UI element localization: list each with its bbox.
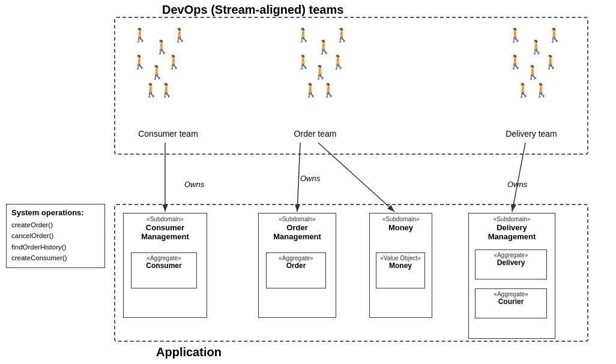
subdomain-order-name: OrderManagement [259, 223, 336, 241]
consumer-team-label: Consumer team [129, 129, 207, 139]
figure-order-1: 🚶 [295, 29, 312, 42]
subdomain-money-stereotype: «Subdomain» [370, 216, 432, 222]
figure-order-5: 🚶 [312, 66, 328, 79]
figure-consumer-6: 🚶 [166, 56, 182, 69]
subdomain-delivery-management: «Subdomain» DeliveryManagement «Aggregat… [468, 213, 555, 339]
devops-title: DevOps (Stream-aligned) teams [162, 3, 343, 17]
figure-order-7: 🚶 [303, 84, 319, 97]
figure-delivery-4: 🚶 [507, 56, 524, 69]
aggregate-consumer-name: Consumer [131, 261, 196, 270]
owns-label-order: Owns [300, 174, 320, 183]
aggregate-money: «Value Object» Money [376, 252, 425, 288]
subdomain-order-stereotype: «Subdomain» [259, 216, 336, 222]
figure-consumer-4: 🚶 [131, 56, 148, 69]
aggregate-courier-stereotype: «Aggregate» [476, 291, 546, 297]
owns-label-delivery: Owns [507, 180, 527, 189]
figure-order-4: 🚶 [295, 56, 312, 69]
system-ops-item-1: cancelOrder() [11, 230, 100, 241]
aggregate-courier: «Aggregate» Courier [475, 288, 547, 318]
figure-consumer-3: 🚶 [172, 29, 188, 42]
figure-consumer-2: 🚶 [154, 41, 170, 54]
aggregate-consumer: «Aggregate» Consumer [131, 252, 197, 288]
figure-order-3: 🚶 [334, 29, 350, 42]
system-ops-item-3: createConsumer() [11, 252, 100, 263]
subdomain-consumer-management: «Subdomain» ConsumerManagement «Aggregat… [123, 213, 207, 318]
aggregate-consumer-stereotype: «Aggregate» [131, 255, 196, 261]
figure-delivery-5: 🚶 [525, 66, 541, 79]
system-operations-box: System operations: createOrder() cancelO… [6, 204, 105, 268]
delivery-team-label: Delivery team [489, 129, 573, 139]
system-ops-item-2: findOrderHistory() [11, 242, 100, 252]
figure-consumer-1: 🚶 [132, 29, 148, 42]
aggregate-order: «Aggregate» Order [266, 252, 326, 288]
aggregate-delivery-stereotype: «Aggregate» [476, 252, 546, 258]
figure-order-8: 🚶 [321, 84, 337, 97]
subdomain-delivery-name: DeliveryManagement [469, 223, 555, 241]
system-ops-item-0: createOrder() [11, 219, 100, 230]
subdomain-consumer-stereotype: «Subdomain» [124, 216, 207, 222]
subdomain-delivery-stereotype: «Subdomain» [469, 216, 555, 222]
subdomain-money: «Subdomain» Money «Value Object» Money [369, 213, 432, 318]
aggregate-courier-name: Courier [476, 297, 546, 306]
owns-label-consumer: Owns [184, 180, 204, 189]
subdomain-money-name: Money [370, 223, 432, 232]
system-ops-title: System operations: [11, 208, 100, 217]
figure-delivery-7: 🚶 [515, 84, 531, 97]
figure-delivery-3: 🚶 [546, 29, 563, 42]
aggregate-order-stereotype: «Aggregate» [267, 255, 325, 261]
diagram-container: DevOps (Stream-aligned) teams Applicatio… [0, 0, 616, 364]
aggregate-money-name: Money [376, 261, 424, 270]
figure-order-6: 🚶 [330, 56, 346, 69]
figure-delivery-6: 🚶 [543, 56, 559, 69]
application-title: Application [156, 345, 222, 359]
aggregate-money-stereotype: «Value Object» [376, 255, 424, 261]
figure-consumer-5: 🚶 [149, 66, 165, 79]
figure-delivery-8: 🚶 [533, 84, 549, 97]
order-team-label: Order team [276, 129, 354, 139]
figure-delivery-1: 🚶 [507, 29, 524, 42]
aggregate-delivery: «Aggregate» Delivery [475, 249, 547, 279]
aggregate-order-name: Order [267, 261, 325, 270]
subdomain-order-management: «Subdomain» OrderManagement «Aggregate» … [258, 213, 336, 318]
figure-consumer-7: 🚶 [143, 84, 159, 97]
subdomain-consumer-name: ConsumerManagement [124, 223, 207, 241]
figure-order-2: 🚶 [316, 41, 332, 54]
figure-consumer-8: 🚶 [159, 84, 175, 97]
aggregate-delivery-name: Delivery [476, 258, 546, 267]
figure-delivery-2: 🚶 [528, 41, 545, 54]
